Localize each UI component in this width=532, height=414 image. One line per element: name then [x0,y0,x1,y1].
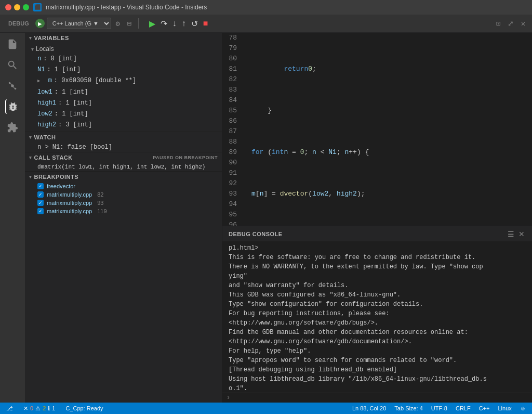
debug-config-dropdown[interactable]: C++ Launch (G ▼ [47,18,111,29]
code-view: 78 79 80 81 82 83 84 85 86 87 88 89 90 9… [222,33,532,226]
step-out-button[interactable]: ↑ [181,18,187,29]
ln-87: 87 [227,126,237,137]
bp-item-93[interactable]: ✓ matrixmultiply.cpp 93 [25,199,222,207]
ln-88: 88 [227,137,237,147]
breakpoints-arrow: ▾ [29,174,32,179]
editor-main: 78 79 80 81 82 83 84 85 86 87 88 89 90 9… [222,33,532,226]
window-title: matrixmultiply.cpp - testapp - Visual St… [46,4,207,11]
debug-label: DEBUG [4,20,33,27]
language-item[interactable]: C++ [477,405,492,411]
position-item[interactable]: Ln 88, Col 20 [350,405,388,411]
console-input-row: › [222,393,532,403]
split-icon[interactable]: ⊟ [125,19,134,28]
files-activity-icon[interactable] [5,37,20,51]
code-line-81: m[n] = dvector(low2, high2); [251,189,524,199]
console-header: DEBUG CONSOLE ☰ ✕ [222,227,532,241]
callstack-arrow: ▾ [29,155,32,160]
locals-label: Locals [36,45,54,53]
window-controls[interactable] [5,4,29,10]
info-count: 1 [52,405,55,411]
info-icon: ℹ [48,405,50,412]
console-line-2: There is NO WARRANTY, to the extent perm… [229,262,526,271]
locals-arrow: ▾ [31,46,34,52]
git-branch-item[interactable]: ⎇ [4,405,15,412]
ln-93: 93 [227,189,237,199]
callstack-item-0[interactable]: dmatrix(int low1, int high1, int low2, i… [25,163,222,171]
callstack-section: ▾ CALL STACK PAUSED ON BREAKPOINT dmatri… [25,152,222,171]
encoding-item[interactable]: UTF-8 [429,405,449,411]
console-line-10: <http://www.gnu.org/software/gdb/documen… [229,337,526,346]
console-line-6: Type "show configuration" for configurat… [229,300,526,309]
bp-checkbox-93[interactable]: ✓ [37,200,44,206]
ln-80: 80 [227,54,237,64]
bp-item-119[interactable]: ✓ matrixmultiply.cpp 119 [25,207,222,215]
var-high1: high1 : 1 [int] [25,98,222,109]
platform-item[interactable]: Linux [496,405,513,411]
app-icon: ⬛ [33,3,42,11]
step-over-button[interactable]: ↷ [159,18,168,30]
status-bar-right: Ln 88, Col 20 Tab Size: 4 UTF-8 CRLF C++… [350,405,528,411]
language-status-item[interactable]: C_Cpp: Ready [63,405,105,411]
bp-item-freedvector[interactable]: ✓ freedvector [25,182,222,190]
play-button[interactable]: ▶ [35,19,45,28]
toolbar-separator [138,18,139,29]
ln-82: 82 [227,74,237,85]
extensions-activity-icon[interactable] [5,120,20,135]
warning-count: 2 [43,405,46,411]
restart-button[interactable]: ↺ [190,18,199,30]
breakpoints-header[interactable]: ▾ BREAKPOINTS [25,172,222,182]
ln-91: 91 [227,168,237,178]
locals-group[interactable]: ▾ Locals [25,44,222,54]
errors-item[interactable]: ✕ 0 ⚠ 2 ℹ 1 [21,405,57,412]
var-low2: low2 : 1 [int] [25,109,222,120]
maximize-button[interactable] [23,4,29,10]
watch-section: ▾ WATCH n > N1: false [bool] [25,132,222,152]
console-line-8: <http://www.gnu.org/software/gdb/bugs/>. [229,318,526,328]
tab-size-item[interactable]: Tab Size: 4 [392,405,424,411]
ln-94: 94 [227,199,237,210]
watch-header[interactable]: ▾ WATCH [25,132,222,143]
bp-checkbox-freedvector[interactable]: ✓ [37,183,44,189]
title-bar: ⬛ matrixmultiply.cpp - testapp - Visual … [0,0,532,15]
layout-icon[interactable]: ⊡ [494,19,503,28]
ln-84: 84 [227,95,237,106]
status-bar: ⎇ ✕ 0 ⚠ 2 ℹ 1 C_Cpp: Ready Ln 88, Col 20… [0,403,532,414]
stop-button[interactable]: ■ [202,18,209,29]
search-activity-icon[interactable] [5,58,20,72]
line-ending-item[interactable]: CRLF [454,405,473,411]
console-line-12: Type "apropos word" to search for comman… [229,356,526,365]
bp-item-82[interactable]: ✓ matrixmultiply.cpp 82 [25,190,222,199]
close-button[interactable] [5,4,11,10]
console-line-9: Find the GDB manual and other documentat… [229,328,526,337]
activity-bar [0,33,25,403]
cursor-position: Ln 88, Col 20 [352,405,386,411]
console-output[interactable]: pl.html> This is free software: you are … [222,241,532,393]
feedback-item[interactable]: ☺ [518,405,528,411]
close-panel-icon[interactable]: ✕ [518,19,528,28]
feedback-icon: ☺ [520,405,526,411]
callstack-header[interactable]: ▾ CALL STACK PAUSED ON BREAKPOINT [25,152,222,163]
maximize-panel-icon[interactable]: ⤢ [506,19,515,28]
continue-button[interactable]: ▶ [148,18,156,30]
console-input[interactable] [233,394,528,402]
debug-activity-icon[interactable] [5,99,20,114]
gear-icon[interactable]: ⚙ [113,19,123,28]
code-container[interactable]: 78 79 80 81 82 83 84 85 86 87 88 89 90 9… [222,33,532,226]
console-line-11: For help, type "help". [229,346,526,356]
step-into-button[interactable]: ↓ [171,18,178,29]
debug-controls: ▶ ↷ ↓ ↑ ↺ ■ [148,18,209,30]
bp-checkbox-119[interactable]: ✓ [37,208,44,214]
left-panel: ▾ VARIABLES ▾ Locals n : 0 [int] N1 : 1 … [25,33,222,403]
breakpoints-section: ▾ BREAKPOINTS ✓ freedvector ✓ matrixmult… [25,171,222,403]
bp-checkbox-82[interactable]: ✓ [37,191,44,198]
minimize-button[interactable] [14,4,20,10]
variables-tree: ▾ Locals n : 0 [int] N1 : 1 [int] ▶ m : … [25,43,222,132]
variables-header[interactable]: ▾ VARIABLES [25,33,222,43]
git-activity-icon[interactable] [5,79,20,93]
clear-console-button[interactable]: ☰ [507,229,515,239]
warning-icon: ⚠ [35,405,41,412]
language: C++ [479,405,490,411]
close-console-button[interactable]: ✕ [517,229,526,239]
ln-90: 90 [227,158,237,168]
svg-line-4 [14,87,15,88]
